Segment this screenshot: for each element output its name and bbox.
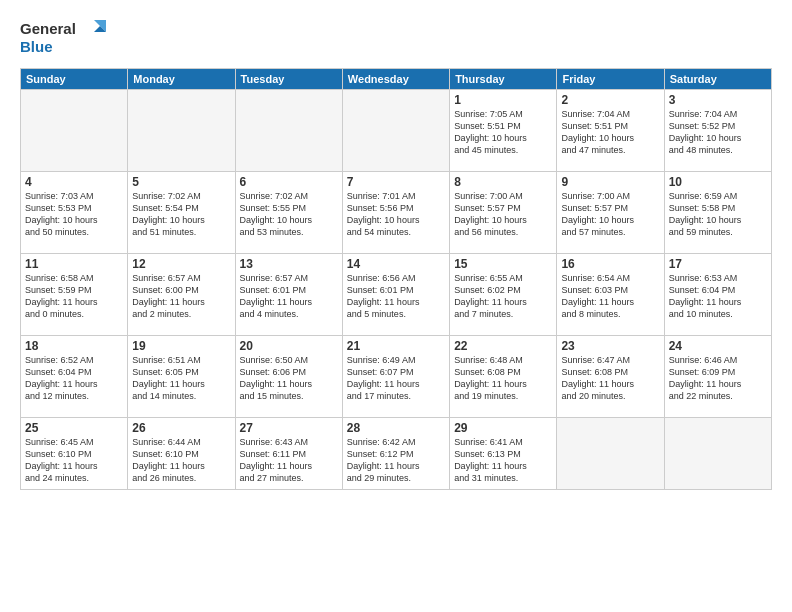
day-info: Sunrise: 6:48 AMSunset: 6:08 PMDaylight:… — [454, 354, 552, 403]
calendar-cell: 2Sunrise: 7:04 AMSunset: 5:51 PMDaylight… — [557, 90, 664, 172]
day-info: Sunrise: 6:57 AMSunset: 6:01 PMDaylight:… — [240, 272, 338, 321]
day-info: Sunrise: 7:05 AMSunset: 5:51 PMDaylight:… — [454, 108, 552, 157]
day-number: 23 — [561, 339, 659, 353]
day-info: Sunrise: 7:04 AMSunset: 5:51 PMDaylight:… — [561, 108, 659, 157]
weekday-monday: Monday — [128, 69, 235, 90]
calendar-cell: 13Sunrise: 6:57 AMSunset: 6:01 PMDayligh… — [235, 254, 342, 336]
day-number: 1 — [454, 93, 552, 107]
day-info: Sunrise: 6:49 AMSunset: 6:07 PMDaylight:… — [347, 354, 445, 403]
day-number: 13 — [240, 257, 338, 271]
day-info: Sunrise: 7:04 AMSunset: 5:52 PMDaylight:… — [669, 108, 767, 157]
weekday-wednesday: Wednesday — [342, 69, 449, 90]
day-info: Sunrise: 6:54 AMSunset: 6:03 PMDaylight:… — [561, 272, 659, 321]
calendar-cell: 11Sunrise: 6:58 AMSunset: 5:59 PMDayligh… — [21, 254, 128, 336]
calendar-cell: 3Sunrise: 7:04 AMSunset: 5:52 PMDaylight… — [664, 90, 771, 172]
svg-text:Blue: Blue — [20, 38, 53, 55]
calendar-cell: 18Sunrise: 6:52 AMSunset: 6:04 PMDayligh… — [21, 336, 128, 418]
calendar-cell: 22Sunrise: 6:48 AMSunset: 6:08 PMDayligh… — [450, 336, 557, 418]
day-number: 16 — [561, 257, 659, 271]
weekday-saturday: Saturday — [664, 69, 771, 90]
day-number: 21 — [347, 339, 445, 353]
calendar-cell: 5Sunrise: 7:02 AMSunset: 5:54 PMDaylight… — [128, 172, 235, 254]
day-info: Sunrise: 6:51 AMSunset: 6:05 PMDaylight:… — [132, 354, 230, 403]
day-info: Sunrise: 7:02 AMSunset: 5:54 PMDaylight:… — [132, 190, 230, 239]
day-number: 9 — [561, 175, 659, 189]
svg-text:General: General — [20, 20, 76, 37]
day-number: 12 — [132, 257, 230, 271]
day-info: Sunrise: 6:42 AMSunset: 6:12 PMDaylight:… — [347, 436, 445, 485]
day-info: Sunrise: 7:00 AMSunset: 5:57 PMDaylight:… — [454, 190, 552, 239]
week-row-2: 4Sunrise: 7:03 AMSunset: 5:53 PMDaylight… — [21, 172, 772, 254]
day-number: 19 — [132, 339, 230, 353]
weekday-friday: Friday — [557, 69, 664, 90]
calendar-cell: 26Sunrise: 6:44 AMSunset: 6:10 PMDayligh… — [128, 418, 235, 490]
logo-svg: General Blue — [20, 16, 110, 58]
calendar-cell: 23Sunrise: 6:47 AMSunset: 6:08 PMDayligh… — [557, 336, 664, 418]
day-info: Sunrise: 6:59 AMSunset: 5:58 PMDaylight:… — [669, 190, 767, 239]
day-number: 24 — [669, 339, 767, 353]
calendar-cell: 24Sunrise: 6:46 AMSunset: 6:09 PMDayligh… — [664, 336, 771, 418]
calendar-cell: 21Sunrise: 6:49 AMSunset: 6:07 PMDayligh… — [342, 336, 449, 418]
weekday-tuesday: Tuesday — [235, 69, 342, 90]
day-info: Sunrise: 6:52 AMSunset: 6:04 PMDaylight:… — [25, 354, 123, 403]
day-number: 25 — [25, 421, 123, 435]
day-info: Sunrise: 6:56 AMSunset: 6:01 PMDaylight:… — [347, 272, 445, 321]
week-row-4: 18Sunrise: 6:52 AMSunset: 6:04 PMDayligh… — [21, 336, 772, 418]
logo: General Blue — [20, 16, 110, 58]
day-number: 20 — [240, 339, 338, 353]
calendar-cell — [235, 90, 342, 172]
day-info: Sunrise: 6:55 AMSunset: 6:02 PMDaylight:… — [454, 272, 552, 321]
day-info: Sunrise: 6:47 AMSunset: 6:08 PMDaylight:… — [561, 354, 659, 403]
calendar-cell — [342, 90, 449, 172]
calendar-cell — [557, 418, 664, 490]
day-info: Sunrise: 6:41 AMSunset: 6:13 PMDaylight:… — [454, 436, 552, 485]
calendar-cell: 8Sunrise: 7:00 AMSunset: 5:57 PMDaylight… — [450, 172, 557, 254]
week-row-1: 1Sunrise: 7:05 AMSunset: 5:51 PMDaylight… — [21, 90, 772, 172]
day-info: Sunrise: 6:46 AMSunset: 6:09 PMDaylight:… — [669, 354, 767, 403]
calendar-cell: 7Sunrise: 7:01 AMSunset: 5:56 PMDaylight… — [342, 172, 449, 254]
calendar-cell: 10Sunrise: 6:59 AMSunset: 5:58 PMDayligh… — [664, 172, 771, 254]
calendar-cell: 25Sunrise: 6:45 AMSunset: 6:10 PMDayligh… — [21, 418, 128, 490]
day-number: 7 — [347, 175, 445, 189]
day-number: 27 — [240, 421, 338, 435]
calendar-cell: 19Sunrise: 6:51 AMSunset: 6:05 PMDayligh… — [128, 336, 235, 418]
day-number: 10 — [669, 175, 767, 189]
day-info: Sunrise: 7:01 AMSunset: 5:56 PMDaylight:… — [347, 190, 445, 239]
day-number: 18 — [25, 339, 123, 353]
calendar-table: SundayMondayTuesdayWednesdayThursdayFrid… — [20, 68, 772, 490]
day-info: Sunrise: 6:58 AMSunset: 5:59 PMDaylight:… — [25, 272, 123, 321]
day-info: Sunrise: 6:57 AMSunset: 6:00 PMDaylight:… — [132, 272, 230, 321]
calendar-cell: 14Sunrise: 6:56 AMSunset: 6:01 PMDayligh… — [342, 254, 449, 336]
page-header: General Blue — [20, 16, 772, 58]
calendar-cell: 16Sunrise: 6:54 AMSunset: 6:03 PMDayligh… — [557, 254, 664, 336]
calendar-cell: 28Sunrise: 6:42 AMSunset: 6:12 PMDayligh… — [342, 418, 449, 490]
week-row-3: 11Sunrise: 6:58 AMSunset: 5:59 PMDayligh… — [21, 254, 772, 336]
day-number: 4 — [25, 175, 123, 189]
weekday-thursday: Thursday — [450, 69, 557, 90]
day-number: 22 — [454, 339, 552, 353]
calendar-cell: 27Sunrise: 6:43 AMSunset: 6:11 PMDayligh… — [235, 418, 342, 490]
day-info: Sunrise: 7:03 AMSunset: 5:53 PMDaylight:… — [25, 190, 123, 239]
day-number: 11 — [25, 257, 123, 271]
calendar-cell: 6Sunrise: 7:02 AMSunset: 5:55 PMDaylight… — [235, 172, 342, 254]
day-number: 26 — [132, 421, 230, 435]
day-number: 6 — [240, 175, 338, 189]
day-number: 15 — [454, 257, 552, 271]
day-info: Sunrise: 6:50 AMSunset: 6:06 PMDaylight:… — [240, 354, 338, 403]
calendar-cell: 4Sunrise: 7:03 AMSunset: 5:53 PMDaylight… — [21, 172, 128, 254]
weekday-sunday: Sunday — [21, 69, 128, 90]
day-info: Sunrise: 7:02 AMSunset: 5:55 PMDaylight:… — [240, 190, 338, 239]
day-number: 2 — [561, 93, 659, 107]
week-row-5: 25Sunrise: 6:45 AMSunset: 6:10 PMDayligh… — [21, 418, 772, 490]
day-number: 5 — [132, 175, 230, 189]
day-info: Sunrise: 6:53 AMSunset: 6:04 PMDaylight:… — [669, 272, 767, 321]
calendar-cell: 29Sunrise: 6:41 AMSunset: 6:13 PMDayligh… — [450, 418, 557, 490]
day-number: 14 — [347, 257, 445, 271]
calendar-cell: 12Sunrise: 6:57 AMSunset: 6:00 PMDayligh… — [128, 254, 235, 336]
day-number: 17 — [669, 257, 767, 271]
day-number: 29 — [454, 421, 552, 435]
calendar-cell: 9Sunrise: 7:00 AMSunset: 5:57 PMDaylight… — [557, 172, 664, 254]
calendar-cell: 15Sunrise: 6:55 AMSunset: 6:02 PMDayligh… — [450, 254, 557, 336]
calendar-cell — [21, 90, 128, 172]
day-info: Sunrise: 6:43 AMSunset: 6:11 PMDaylight:… — [240, 436, 338, 485]
